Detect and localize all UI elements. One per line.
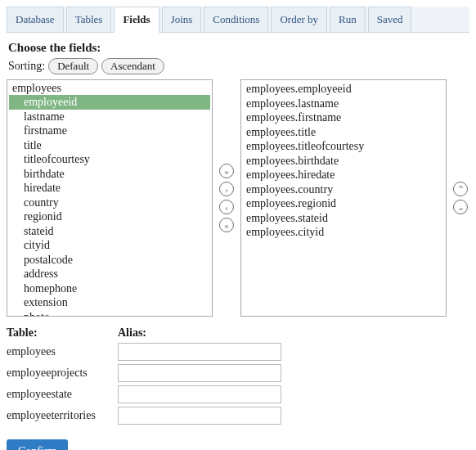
table-name: employees: [7, 345, 113, 358]
list-item[interactable]: employees.employeeid: [243, 82, 444, 97]
remove-all-icon[interactable]: «: [219, 218, 234, 232]
tab-tables[interactable]: Tables: [66, 7, 112, 32]
list-item[interactable]: firstname: [9, 124, 210, 138]
group-employees[interactable]: employees: [9, 82, 210, 95]
table-name: employeeprojects: [7, 367, 113, 380]
alias-input[interactable]: [118, 343, 281, 361]
tab-strip: DatabaseTablesFieldsJoinsConditionsOrder…: [7, 7, 469, 33]
confirm-button[interactable]: Confirm: [7, 439, 68, 450]
list-item[interactable]: country: [9, 196, 210, 210]
tab-orderby[interactable]: Order by: [271, 7, 327, 32]
list-item[interactable]: employees.regionid: [243, 196, 444, 211]
list-item[interactable]: address: [9, 267, 210, 281]
selected-fields-list[interactable]: employees.employeeidemployees.lastnameem…: [240, 79, 447, 317]
tab-conditions[interactable]: Conditions: [204, 7, 268, 32]
table-name: employeestate: [7, 388, 113, 401]
tab-joins[interactable]: Joins: [162, 7, 202, 32]
list-item[interactable]: employees.cityid: [243, 225, 444, 240]
tab-database[interactable]: Database: [7, 7, 64, 32]
remove-icon[interactable]: ‹: [219, 200, 234, 214]
list-item[interactable]: extension: [9, 295, 210, 310]
list-item[interactable]: title: [9, 138, 210, 153]
list-item[interactable]: cityid: [9, 238, 210, 253]
list-item[interactable]: birthdate: [9, 167, 210, 182]
alias-input[interactable]: [118, 407, 281, 425]
list-item[interactable]: homephone: [9, 281, 210, 296]
add-icon[interactable]: ›: [219, 182, 234, 196]
table-alias-grid: Table: Alias: employeesemployeeprojectse…: [7, 326, 469, 425]
list-item[interactable]: regionid: [9, 209, 210, 224]
sort-row: Sorting: Default Ascendant: [8, 58, 469, 74]
alias-input[interactable]: [118, 364, 281, 382]
list-item[interactable]: employees.country: [243, 182, 444, 197]
available-fields-list[interactable]: employeesemployeeidlastnamefirstnametitl…: [7, 79, 213, 317]
move-up-icon[interactable]: ⌃: [453, 182, 468, 196]
list-item[interactable]: employees.title: [243, 125, 444, 140]
list-item[interactable]: employees.stateid: [243, 211, 444, 226]
sort-default-button[interactable]: Default: [48, 58, 98, 74]
list-item[interactable]: employees.hiredate: [243, 168, 444, 182]
tab-fields[interactable]: Fields: [114, 7, 159, 33]
transfer-arrows: » › ‹ «: [218, 164, 236, 232]
add-all-icon[interactable]: »: [219, 164, 234, 178]
choose-fields-heading: Choose the fields:: [8, 41, 469, 55]
list-item[interactable]: hiredate: [9, 181, 210, 196]
list-item[interactable]: employees.firstname: [243, 110, 444, 125]
list-item[interactable]: employees.birthdate: [243, 154, 444, 169]
table-header: Table:: [7, 326, 113, 340]
list-item[interactable]: lastname: [9, 110, 210, 124]
list-item[interactable]: employees.titleofcourtesy: [243, 139, 444, 154]
list-item[interactable]: titleofcourtesy: [9, 152, 210, 167]
list-item[interactable]: stateid: [9, 224, 210, 239]
sorting-label: Sorting:: [8, 60, 45, 73]
table-name: employeeterritories: [7, 409, 113, 422]
tab-run[interactable]: Run: [330, 7, 366, 32]
list-item[interactable]: employees.lastname: [243, 97, 444, 111]
sort-ascendant-button[interactable]: Ascendant: [101, 58, 164, 74]
list-item[interactable]: employeeid: [9, 95, 210, 110]
list-item[interactable]: postalcode: [9, 253, 210, 268]
alias-header: Alias:: [118, 326, 281, 340]
move-down-icon[interactable]: ⌄: [453, 200, 468, 214]
reorder-arrows: ⌃ ⌄: [451, 182, 469, 214]
list-item[interactable]: photo: [9, 310, 210, 317]
alias-input[interactable]: [118, 385, 281, 403]
tab-saved[interactable]: Saved: [368, 7, 412, 32]
